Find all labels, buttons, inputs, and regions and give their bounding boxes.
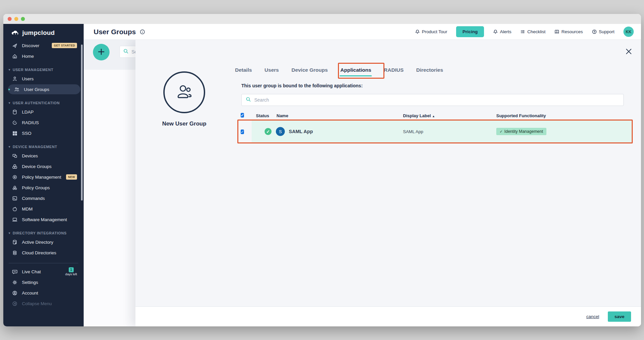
sidebar-divider bbox=[9, 263, 78, 263]
checklist-button[interactable]: Checklist bbox=[520, 29, 545, 34]
sidebar-item-home[interactable]: Home bbox=[8, 51, 80, 61]
database-icon bbox=[12, 109, 18, 115]
sidebar-item-label: Users bbox=[22, 76, 77, 81]
sidebar-item-label: Cloud Directories bbox=[22, 250, 77, 255]
tab-applications[interactable]: Applications bbox=[340, 65, 372, 75]
book-icon bbox=[554, 29, 559, 34]
section-title: DEVICE MANAGEMENT bbox=[13, 145, 57, 149]
sidebar-item-device-groups[interactable]: Device Groups bbox=[8, 161, 80, 171]
sidebar: jumpcloud Discover GET STARTED Home ▾ US… bbox=[3, 24, 84, 326]
column-supported-functionality[interactable]: Supported Functionality bbox=[496, 113, 546, 118]
tab-users[interactable]: Users bbox=[264, 65, 280, 75]
status-active-icon: ✓ bbox=[265, 128, 272, 135]
sidebar-item-policy-groups[interactable]: Policy Groups bbox=[8, 183, 80, 193]
column-display-label[interactable]: Display Label ▲ bbox=[403, 113, 435, 118]
alerts-button[interactable]: Alerts bbox=[493, 29, 512, 34]
tab-device-groups[interactable]: Device Groups bbox=[291, 65, 328, 75]
user-group-panel: New User Group Details Users Device Grou… bbox=[135, 40, 641, 326]
section-title: USER AUTHENTICATION bbox=[13, 101, 60, 105]
user-icon bbox=[12, 76, 18, 82]
chat-bubble-icon bbox=[12, 269, 18, 275]
sidebar-item-label: Software Management bbox=[22, 217, 77, 222]
info-icon[interactable] bbox=[140, 29, 145, 35]
tab-radius[interactable]: RADIUS bbox=[383, 65, 404, 75]
sidebar-item-radius[interactable]: RADIUS bbox=[8, 118, 80, 128]
cancel-button[interactable]: cancel bbox=[586, 314, 599, 319]
trial-countdown: 1 days left bbox=[65, 267, 77, 276]
sidebar-item-ldap[interactable]: LDAP bbox=[8, 107, 80, 117]
directory-db-icon bbox=[12, 239, 18, 245]
sidebar-item-devices[interactable]: Devices bbox=[8, 151, 80, 161]
cloud-logo-icon bbox=[11, 30, 20, 36]
pricing-button[interactable]: Pricing bbox=[456, 26, 484, 37]
maximize-window-button[interactable] bbox=[21, 17, 25, 21]
devices-icon bbox=[12, 153, 18, 159]
sidebar-scrollbar[interactable] bbox=[81, 44, 83, 201]
sidebar-item-label: Collapse Menu bbox=[22, 301, 77, 306]
checklist-icon bbox=[520, 29, 525, 34]
sidebar-item-active-directory[interactable]: Active Directory bbox=[8, 237, 80, 247]
sidebar-item-collapse-menu[interactable]: Collapse Menu bbox=[8, 298, 80, 308]
close-window-button[interactable] bbox=[8, 17, 12, 21]
add-user-group-button[interactable] bbox=[93, 44, 110, 60]
section-title: USER MANAGEMENT bbox=[13, 68, 53, 72]
sidebar-item-live-chat[interactable]: Live Chat 1 days left bbox=[8, 267, 80, 277]
sidebar-section-device-management[interactable]: ▾ DEVICE MANAGEMENT bbox=[9, 145, 79, 149]
laptop-icon bbox=[12, 217, 18, 222]
sidebar-item-label: Account bbox=[22, 291, 77, 296]
target-icon bbox=[12, 174, 18, 180]
sidebar-item-user-groups[interactable]: User Groups bbox=[8, 84, 80, 94]
user-avatar[interactable]: KK bbox=[623, 27, 634, 37]
resources-button[interactable]: Resources bbox=[554, 29, 583, 34]
product-tour-button[interactable]: Product Tour bbox=[415, 29, 447, 34]
days-left-badge: 1 bbox=[69, 267, 74, 272]
sidebar-item-settings[interactable]: Settings bbox=[8, 277, 80, 287]
sidebar-section-user-management[interactable]: ▾ USER MANAGEMENT bbox=[9, 68, 79, 72]
tab-directories[interactable]: Directories bbox=[416, 65, 444, 75]
resources-label: Resources bbox=[561, 29, 583, 34]
bound-apps-description: This user group is bound to the followin… bbox=[241, 83, 363, 88]
page-header: User Groups Product Tour Pricing Alerts … bbox=[84, 24, 641, 40]
support-button[interactable]: Support bbox=[592, 29, 614, 34]
sidebar-section-user-authentication[interactable]: ▾ USER AUTHENTICATION bbox=[9, 101, 79, 105]
sidebar-item-policy-management[interactable]: Policy Management NEW bbox=[8, 172, 80, 182]
applications-search-input[interactable] bbox=[254, 97, 619, 103]
sidebar-item-sso[interactable]: SSO bbox=[8, 128, 80, 138]
sidebar-item-label: Live Chat bbox=[22, 269, 61, 274]
column-status[interactable]: Status bbox=[256, 113, 269, 118]
sidebar-item-cloud-directories[interactable]: Cloud Directories bbox=[8, 248, 80, 258]
user-group-icon bbox=[174, 81, 195, 103]
sidebar-item-label: Commands bbox=[22, 196, 77, 201]
sidebar-item-software-management[interactable]: Software Management bbox=[8, 214, 80, 224]
megaphone-icon bbox=[415, 29, 420, 34]
chevron-down-icon: ▾ bbox=[9, 231, 10, 235]
sidebar-item-account[interactable]: Account bbox=[8, 288, 80, 298]
column-name[interactable]: Name bbox=[277, 113, 288, 118]
sidebar-item-mdm[interactable]: MDM bbox=[8, 204, 80, 214]
panel-footer: cancel save bbox=[135, 306, 641, 326]
bell-icon bbox=[493, 29, 498, 34]
table-header: Status Name Display Label ▲ Supported Fu… bbox=[238, 112, 632, 120]
sidebar-section-directory-integrations[interactable]: ▾ DIRECTORY INTEGRATIONS bbox=[9, 231, 79, 235]
sidebar-item-discover[interactable]: Discover GET STARTED bbox=[8, 41, 80, 50]
table-row[interactable]: ✓ S SAML App SAML App ✓ Identity Managem… bbox=[238, 121, 632, 142]
select-all-checkbox[interactable] bbox=[241, 113, 244, 118]
save-button[interactable]: save bbox=[608, 311, 631, 322]
app-avatar: S bbox=[276, 127, 285, 136]
sidebar-item-label: RADIUS bbox=[22, 120, 77, 125]
user-group-icon bbox=[14, 87, 20, 92]
sidebar-item-users[interactable]: Users bbox=[8, 74, 80, 84]
main-area: User Groups Product Tour Pricing Alerts … bbox=[84, 24, 641, 326]
minimize-window-button[interactable] bbox=[14, 17, 18, 21]
plus-icon bbox=[97, 48, 105, 57]
sidebar-item-label: User Groups bbox=[24, 87, 77, 92]
sidebar-item-commands[interactable]: Commands bbox=[8, 193, 80, 203]
applications-search-field[interactable] bbox=[241, 94, 624, 106]
device-group-icon bbox=[12, 164, 18, 169]
page-title: User Groups bbox=[94, 28, 136, 36]
tab-details[interactable]: Details bbox=[234, 65, 253, 75]
row-checkbox[interactable] bbox=[241, 129, 244, 134]
close-icon[interactable] bbox=[625, 48, 632, 55]
sidebar-item-label: Discover bbox=[22, 43, 47, 48]
radar-icon bbox=[12, 120, 18, 126]
